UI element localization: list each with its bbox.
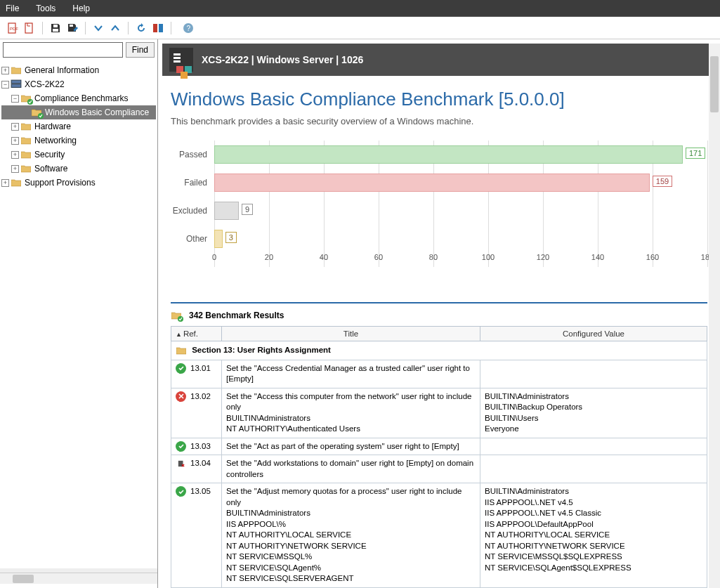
- tree-security[interactable]: + Security: [1, 148, 156, 162]
- folder-icon: [176, 346, 187, 355]
- status-pass-icon: [176, 363, 186, 374]
- save-icon[interactable]: [48, 21, 63, 35]
- expand-icon[interactable]: +: [11, 151, 19, 159]
- axis-tick: 0: [212, 253, 216, 261]
- horizontal-scrollbar[interactable]: [0, 573, 157, 584]
- row-value: [480, 360, 707, 388]
- find-button[interactable]: Find: [126, 42, 155, 58]
- save-edit-icon[interactable]: [65, 21, 79, 35]
- section-row[interactable]: Section 13: User Rights Assignment: [171, 341, 707, 360]
- header-title: XCS-2K22 | Windows Server | 1026: [202, 54, 363, 65]
- table-row[interactable]: 13.01 Set the "Access Credential Manager…: [171, 360, 707, 388]
- tree-label: Support Provisions: [25, 176, 96, 190]
- col-ref[interactable]: ▲Ref.: [171, 327, 222, 341]
- status-pass-icon: [176, 441, 186, 452]
- svg-rect-5: [70, 25, 73, 27]
- menu-tools[interactable]: Tools: [36, 4, 55, 13]
- ref: 13.01: [190, 363, 211, 374]
- right-panel: XCS-2K22 | Windows Server | 1026 Windows…: [158, 39, 720, 588]
- svg-rect-7: [159, 24, 163, 32]
- search-input[interactable]: [3, 42, 123, 58]
- col-title[interactable]: Title: [222, 327, 480, 341]
- row-title: Set the "Act as part of the operating sy…: [222, 438, 480, 455]
- collapse-down-icon[interactable]: [91, 21, 105, 35]
- table-row[interactable]: 13.03 Set the "Act as part of the operat…: [171, 438, 707, 455]
- bar-value: 3: [225, 232, 237, 243]
- refresh-icon[interactable]: [134, 21, 148, 35]
- tree-host[interactable]: − XCS-2K22: [1, 77, 156, 91]
- status-na-icon: [176, 458, 186, 469]
- row-title: Set the "Access this computer from the n…: [222, 388, 480, 438]
- folder-icon: [11, 65, 22, 75]
- bar-excluded: [214, 202, 239, 220]
- row-value: BUILTIN\Administrators BUILTIN\Backup Op…: [480, 388, 707, 438]
- expand-icon[interactable]: +: [1, 179, 9, 187]
- tree-label: Software: [34, 162, 67, 176]
- collapse-up-icon[interactable]: [108, 21, 122, 35]
- tree-general-information[interactable]: + General Information: [1, 63, 156, 77]
- chart-label: Excluded: [171, 206, 214, 216]
- section-title: Section 13: User Rights Assignment: [192, 346, 331, 354]
- folder-check-icon: [31, 107, 42, 117]
- tree-label: Windows Basic Compliance: [45, 105, 149, 119]
- table-row[interactable]: 13.02 Set the "Access this computer from…: [171, 388, 707, 438]
- expand-icon[interactable]: +: [11, 137, 19, 145]
- collapse-icon[interactable]: −: [11, 95, 19, 103]
- menu-file[interactable]: File: [6, 4, 19, 13]
- tree-networking[interactable]: + Networking: [1, 133, 156, 148]
- tree-label: Compliance Benchmarks: [34, 91, 128, 105]
- toolbar: PDF ?: [0, 17, 720, 39]
- axis-tick: 60: [374, 253, 383, 261]
- tree-label: Hardware: [34, 119, 71, 133]
- results-count: 342 Benchmark Results: [189, 311, 284, 320]
- collapse-icon[interactable]: −: [1, 81, 9, 89]
- content-scroll[interactable]: Windows Basic Compliance Benchmark [5.0.…: [158, 76, 720, 588]
- row-title: Set the "Add workstations to domain" use…: [222, 455, 480, 483]
- compare-icon[interactable]: [151, 21, 165, 35]
- tree-compliance[interactable]: − Compliance Benchmarks: [1, 91, 156, 105]
- expand-icon[interactable]: +: [11, 123, 19, 131]
- col-value[interactable]: Configured Value: [480, 327, 707, 341]
- menubar: File Tools Help: [0, 0, 720, 17]
- tree-windows-basic-compliance[interactable]: Windows Basic Compliance: [1, 105, 156, 119]
- vertical-scrollbar[interactable]: [709, 44, 720, 588]
- bar-passed: [214, 145, 683, 164]
- ref: 13.03: [190, 441, 211, 452]
- export-pdf-icon[interactable]: PDF: [6, 21, 20, 35]
- chart-axis: 0 20 40 60 80 100 120 140 160 180: [214, 253, 707, 267]
- separator: [128, 22, 129, 34]
- expand-icon[interactable]: +: [1, 67, 9, 74]
- benchmark-icon: [169, 48, 193, 72]
- chart-label: Passed: [171, 150, 214, 159]
- tree[interactable]: + General Information − XCS-2K22 − Compl…: [0, 60, 157, 568]
- export-doc-icon[interactable]: [22, 21, 37, 35]
- folder-icon: [20, 150, 32, 159]
- menu-help[interactable]: Help: [72, 4, 90, 13]
- folder-icon: [20, 164, 32, 174]
- svg-rect-4: [53, 29, 58, 32]
- svg-text:PDF: PDF: [10, 27, 18, 31]
- expand-icon[interactable]: +: [11, 165, 19, 173]
- chart-row-failed: Failed 159: [171, 169, 707, 197]
- axis-tick: 120: [537, 253, 549, 261]
- folder-icon: [11, 178, 22, 188]
- tree-label: XCS-2K22: [25, 77, 65, 91]
- tree-software[interactable]: + Software: [1, 162, 156, 176]
- folder-icon: [20, 122, 32, 131]
- search-row: Find: [0, 39, 157, 60]
- svg-rect-11: [11, 84, 21, 88]
- left-panel: Find + General Information − XCS-2K22 − …: [0, 39, 158, 588]
- table-row[interactable]: 13.05 Set the "Adjust memory quotas for …: [171, 483, 707, 588]
- svg-rect-3: [53, 25, 58, 27]
- results-header: 342 Benchmark Results: [171, 311, 707, 320]
- tree-support[interactable]: + Support Provisions: [1, 176, 156, 190]
- svg-rect-6: [153, 24, 157, 32]
- table-row[interactable]: 13.04 Set the "Add workstations to domai…: [171, 455, 707, 483]
- axis-tick: 140: [591, 253, 604, 261]
- ref: 13.02: [190, 391, 211, 403]
- help-icon[interactable]: ?: [181, 21, 195, 35]
- bar-failed: [214, 174, 650, 192]
- row-title: Set the "Adjust memory quotas for a proc…: [222, 483, 480, 588]
- tree-hardware[interactable]: + Hardware: [1, 119, 156, 133]
- axis-tick: 100: [482, 253, 495, 261]
